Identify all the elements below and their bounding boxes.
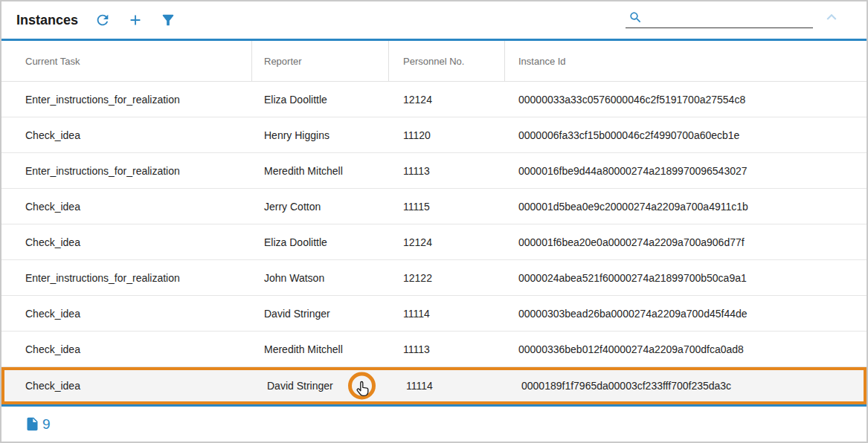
table-row[interactable]: Enter_instructions_for_realization John … [1, 260, 867, 296]
cell-personnel-no: 11114 [392, 380, 508, 392]
cell-reporter: Eliza Doolittle [252, 236, 389, 248]
cell-reporter: Meredith Mitchell [252, 343, 389, 355]
click-indicator [348, 372, 376, 400]
cell-reporter: Eliza Doolittle [252, 94, 389, 106]
search-icon [626, 7, 644, 26]
cell-current-task: Check_idea [1, 129, 252, 141]
cell-current-task: Enter_instructions_for_realization [1, 272, 252, 284]
cell-instance-id: 00000336beb012f40000274a2209a700dfca0ad8 [505, 343, 867, 355]
search-area [626, 6, 867, 28]
cell-reporter: Henry Higgins [252, 129, 389, 141]
chevron-up-icon [822, 7, 841, 27]
cell-instance-id: 0000016fbe9d44a80000274a2189970096543027 [505, 165, 867, 177]
cell-personnel-no: 11114 [389, 308, 505, 320]
hand-cursor-icon [353, 378, 370, 395]
cell-current-task: Check_idea [1, 308, 252, 320]
cell-personnel-no: 12124 [389, 236, 505, 248]
refresh-button[interactable] [94, 12, 111, 28]
table-row[interactable]: Check_idea David Stringer 11114 0000189f… [1, 367, 867, 404]
cell-instance-id: 0000024abea521f60000274a21899700b50ca9a1 [505, 272, 867, 284]
cell-personnel-no: 12124 [389, 94, 505, 106]
cell-reporter: John Watson [252, 272, 389, 284]
cell-instance-id: 00000033a33c0576000046c2f5191700a27554c8 [505, 94, 867, 106]
table-row[interactable]: Check_idea Meredith Mitchell 11113 00000… [1, 332, 867, 367]
column-header-personnel-no[interactable]: Personnel No. [389, 41, 505, 81]
search-box [626, 6, 813, 28]
table-row[interactable]: Enter_instructions_for_realization Mered… [1, 153, 867, 189]
cell-instance-id: 0000189f1f7965da00003cf233fff700f235da3c [508, 380, 864, 392]
collapse-panel-button[interactable] [822, 7, 841, 27]
table-row[interactable]: Enter_instructions_for_realization Eliza… [1, 82, 867, 117]
cell-current-task: Check_idea [1, 343, 252, 355]
table-row[interactable]: Check_idea Henry Higgins 11120 0000006fa… [1, 117, 867, 153]
record-count: 9 [42, 416, 51, 433]
cell-instance-id: 000001d5bea0e9c20000274a2209a700a4911c1b [505, 201, 867, 213]
cell-reporter: David Stringer [252, 308, 389, 320]
table-row[interactable]: Check_idea Jerry Cotton 11115 000001d5be… [1, 189, 867, 224]
cell-instance-id: 000001f6bea20e0a0000274a2209a700a906d77f [505, 236, 867, 248]
search-input[interactable] [644, 7, 813, 27]
cell-personnel-no: 11113 [389, 343, 505, 355]
table-body: Enter_instructions_for_realization Eliza… [1, 82, 867, 404]
table-header: Current Task Reporter Personnel No. Inst… [1, 41, 867, 82]
toolbar: Instances [1, 1, 867, 39]
record-count-icon [25, 416, 40, 432]
cell-personnel-no: 11120 [389, 129, 505, 141]
cell-reporter: Jerry Cotton [252, 201, 389, 213]
cell-current-task: Check_idea [4, 380, 255, 392]
toolbar-actions [94, 12, 176, 28]
refresh-icon [94, 12, 111, 28]
column-header-current-task[interactable]: Current Task [1, 41, 252, 81]
column-header-instance-id[interactable]: Instance Id [505, 41, 867, 81]
cell-instance-id: 0000006fa33cf15b000046c2f4990700a60ecb1e [505, 129, 867, 141]
add-button[interactable] [127, 12, 144, 28]
page-title: Instances [16, 13, 78, 28]
table-row[interactable]: Check_idea David Stringer 11114 00000303… [1, 296, 867, 332]
plus-icon [127, 12, 144, 28]
cell-current-task: Check_idea [1, 201, 252, 213]
cell-reporter: Meredith Mitchell [252, 165, 389, 177]
cell-instance-id: 00000303bead26ba0000274a2209a700d45f44de [505, 308, 867, 320]
filter-icon [160, 12, 176, 28]
cell-personnel-no: 11113 [389, 165, 505, 177]
filter-button[interactable] [160, 12, 176, 28]
instances-panel: Instances [0, 0, 868, 443]
cell-personnel-no: 12122 [389, 272, 505, 284]
cell-personnel-no: 11115 [389, 201, 505, 213]
cell-current-task: Check_idea [1, 236, 252, 248]
cell-current-task: Enter_instructions_for_realization [1, 165, 252, 177]
footer: 9 [1, 407, 867, 442]
column-header-reporter[interactable]: Reporter [252, 41, 389, 81]
table-row[interactable]: Check_idea Eliza Doolittle 12124 000001f… [1, 224, 867, 260]
cell-current-task: Enter_instructions_for_realization [1, 94, 252, 106]
